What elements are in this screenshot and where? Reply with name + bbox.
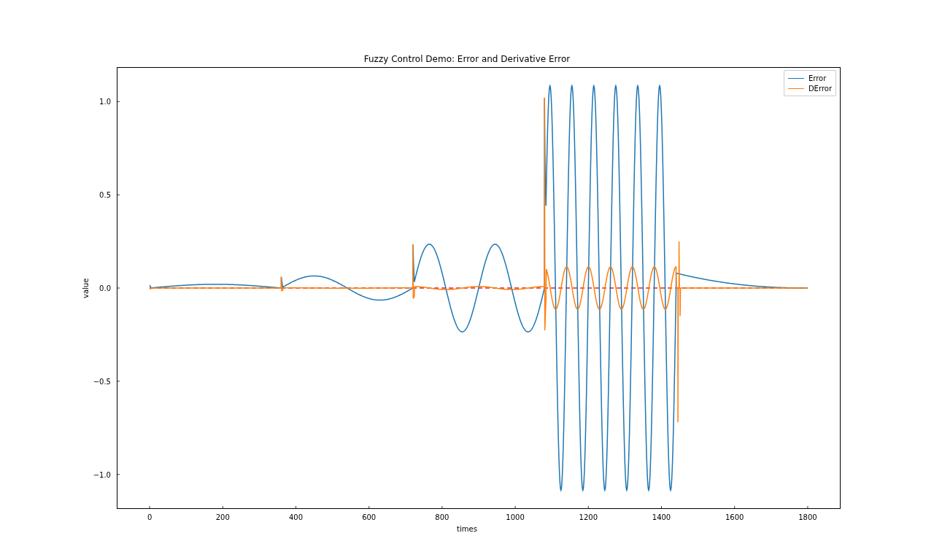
legend: Error DError: [784, 70, 836, 96]
legend-label-error: Error: [808, 74, 826, 82]
x-axis-label: times: [0, 525, 934, 533]
x-tick-label: 1800: [798, 513, 817, 521]
legend-swatch-derror: [788, 88, 804, 89]
derror-series-line: [150, 98, 808, 422]
y-tick-label: −1.0: [93, 470, 111, 478]
y-tick-label: 0.0: [99, 284, 111, 292]
y-tick-label: −0.5: [93, 377, 111, 385]
tick-marks: [117, 101, 808, 509]
y-axis-label: value: [82, 279, 90, 298]
legend-entry-derror: DError: [788, 83, 832, 93]
x-tick-label: 200: [216, 513, 230, 521]
x-tick-label: 1200: [579, 513, 598, 521]
x-tick-label: 800: [435, 513, 449, 521]
figure: Fuzzy Control Demo: Error and Derivative…: [0, 0, 934, 560]
x-tick-label: 0: [147, 513, 152, 521]
y-tick-label: 1.0: [99, 98, 111, 106]
x-tick-label: 1600: [725, 513, 744, 521]
chart-title: Fuzzy Control Demo: Error and Derivative…: [0, 54, 934, 64]
y-tick-label: 0.5: [99, 191, 111, 199]
legend-label-derror: DError: [808, 85, 832, 93]
x-tick-label: 1000: [506, 513, 524, 521]
x-tick-label: 400: [289, 513, 303, 521]
legend-entry-error: Error: [788, 73, 832, 83]
plot-area: [117, 67, 841, 509]
x-tick-label: 1400: [652, 513, 671, 521]
x-tick-label: 600: [362, 513, 376, 521]
legend-swatch-error: [788, 78, 804, 79]
